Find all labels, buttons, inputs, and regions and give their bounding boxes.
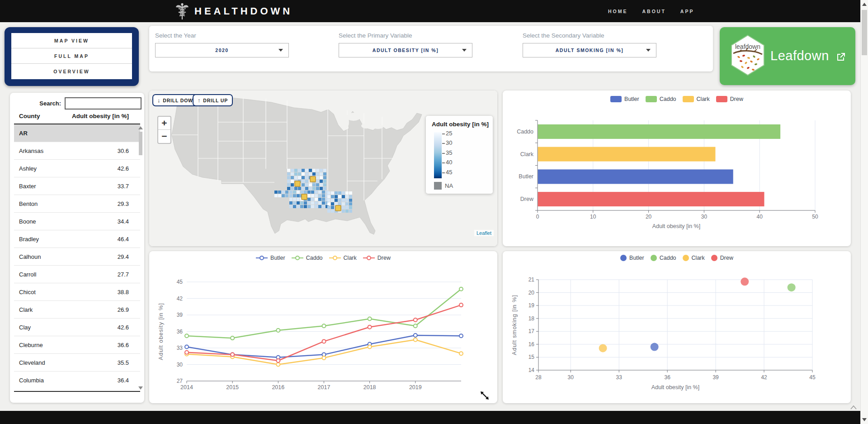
table-row[interactable]: Cleburne36.6 <box>14 336 140 353</box>
secondary-variable-control: Select the Secondary Variable ADULT SMOK… <box>523 32 656 57</box>
line-series-caddo[interactable] <box>187 289 461 338</box>
data-point[interactable] <box>414 338 417 342</box>
data-point[interactable] <box>459 303 463 307</box>
page-scrollbar[interactable] <box>860 0 868 424</box>
table-row[interactable]: Clark26.9 <box>14 300 140 318</box>
full-map-button[interactable]: FULL MAP <box>11 48 132 64</box>
data-point[interactable] <box>459 352 463 355</box>
value-cell: 27.7 <box>118 271 129 278</box>
bar-clark[interactable] <box>538 147 716 162</box>
data-point[interactable] <box>276 363 280 367</box>
line-series-drew[interactable] <box>187 305 461 361</box>
column-header-county[interactable]: County <box>19 113 40 119</box>
scatter-point-drew[interactable] <box>741 277 749 286</box>
table-row[interactable]: Boone34.4 <box>14 212 140 230</box>
zoom-in-button[interactable]: + <box>158 117 170 130</box>
data-point[interactable] <box>368 325 372 329</box>
legend-item-drew[interactable]: Drew <box>711 255 733 261</box>
table-row[interactable]: Chicot38.8 <box>14 283 140 300</box>
legend-item-clark[interactable]: Clark <box>329 255 357 261</box>
highlighted-county-drew[interactable] <box>335 205 341 211</box>
data-point[interactable] <box>368 317 372 321</box>
table-row[interactable]: Carroll27.7 <box>14 265 140 283</box>
legend-item-clark[interactable]: Clark <box>683 255 705 261</box>
zoom-out-button[interactable]: − <box>158 130 170 143</box>
legend-tick: 30 <box>442 139 452 146</box>
table-scroll-down-icon[interactable] <box>138 386 143 390</box>
data-point[interactable] <box>185 334 189 338</box>
data-point[interactable] <box>185 351 189 354</box>
page-scrollbar-thumb[interactable] <box>862 10 867 55</box>
table-row[interactable]: Benton29.3 <box>14 195 140 212</box>
highlighted-county-clark[interactable] <box>302 194 307 200</box>
legend-item-caddo[interactable]: Caddo <box>646 96 676 102</box>
nav-link-home[interactable]: HOME <box>608 9 628 14</box>
highlighted-county-butler[interactable] <box>295 181 300 186</box>
secondary-variable-select[interactable]: ADULT SMOKING [IN %] <box>523 43 656 57</box>
value-cell: 35.5 <box>118 359 129 366</box>
table-scrollbar[interactable] <box>138 126 143 390</box>
data-point[interactable] <box>414 333 417 337</box>
primary-variable-select[interactable]: ADULT OBESITY [IN %] <box>339 43 472 57</box>
county-cell: Cleburne <box>19 342 43 348</box>
table-row[interactable]: Calhoun29.4 <box>14 248 140 265</box>
table-scrollbar-thumb[interactable] <box>139 132 142 155</box>
data-point[interactable] <box>322 324 326 328</box>
map-view-button[interactable]: MAP VIEW <box>11 33 132 48</box>
nav-link-about[interactable]: ABOUT <box>642 9 666 14</box>
svg-text:30: 30 <box>177 362 183 368</box>
table-row[interactable]: Clay42.6 <box>14 318 140 336</box>
legend-item-caddo[interactable]: Caddo <box>292 255 323 261</box>
bar-drew[interactable] <box>538 192 764 206</box>
table-row[interactable]: Arkansas30.6 <box>14 142 140 159</box>
legend-item-butler[interactable]: Butler <box>610 96 639 102</box>
svg-text:20: 20 <box>646 214 652 220</box>
data-point[interactable] <box>276 359 280 362</box>
data-point[interactable] <box>322 339 326 343</box>
scrollbar-down-icon[interactable] <box>862 418 867 421</box>
table-row[interactable]: Ashley42.6 <box>14 159 140 177</box>
drill-up-button[interactable]: ↑ DRILL UP <box>193 94 233 106</box>
svg-text:16: 16 <box>528 341 535 348</box>
highlighted-county-caddo[interactable] <box>310 176 316 182</box>
data-point[interactable] <box>459 334 463 338</box>
data-point[interactable] <box>276 329 280 332</box>
data-point[interactable] <box>322 356 326 360</box>
scatter-point-clark[interactable] <box>599 344 607 352</box>
scrollbar-up-icon[interactable] <box>862 3 867 6</box>
data-point[interactable] <box>185 345 189 349</box>
table-row[interactable]: Bradley46.4 <box>14 230 140 248</box>
svg-text:28: 28 <box>535 374 542 381</box>
leafdown-link-button[interactable]: leafdown Leafdown <box>720 27 855 85</box>
data-point[interactable] <box>414 318 417 322</box>
data-point[interactable] <box>368 345 372 349</box>
scatter-chart-svg: 141516171819202128303336394245Adult obes… <box>503 251 851 403</box>
legend-item-butler[interactable]: Butler <box>256 255 285 261</box>
scroll-to-top-icon[interactable] <box>849 404 858 410</box>
bar-caddo[interactable] <box>538 124 781 139</box>
legend-item-caddo[interactable]: Caddo <box>651 255 676 261</box>
data-point[interactable] <box>414 324 417 328</box>
svg-text:19: 19 <box>528 302 535 309</box>
bar-butler[interactable] <box>538 169 733 184</box>
data-point[interactable] <box>231 336 234 340</box>
legend-item-drew[interactable]: Drew <box>716 96 743 102</box>
table-row[interactable]: Cleveland35.5 <box>14 353 140 371</box>
brand: HEALTHDOWN <box>175 3 292 20</box>
overview-button[interactable]: OVERVIEW <box>11 64 132 79</box>
table-row[interactable]: Baxter33.7 <box>14 177 140 195</box>
year-select[interactable]: 2020 <box>155 43 289 57</box>
table-row[interactable]: Columbia36.4 <box>14 371 140 389</box>
legend-item-clark[interactable]: Clark <box>683 96 710 102</box>
table-scroll-up-icon[interactable] <box>138 126 143 129</box>
data-point[interactable] <box>459 287 463 291</box>
scatter-point-butler[interactable] <box>651 343 659 351</box>
column-header-value[interactable]: Adult obesity [in %] <box>72 113 129 119</box>
leaflet-attribution-link[interactable]: Leaflet <box>474 230 494 236</box>
legend-item-drew[interactable]: Drew <box>363 255 391 261</box>
nav-link-app[interactable]: APP <box>680 9 694 14</box>
scatter-point-caddo[interactable] <box>788 283 796 291</box>
legend-item-butler[interactable]: Butler <box>620 255 644 261</box>
search-input[interactable] <box>65 97 142 110</box>
data-point[interactable] <box>231 353 234 357</box>
